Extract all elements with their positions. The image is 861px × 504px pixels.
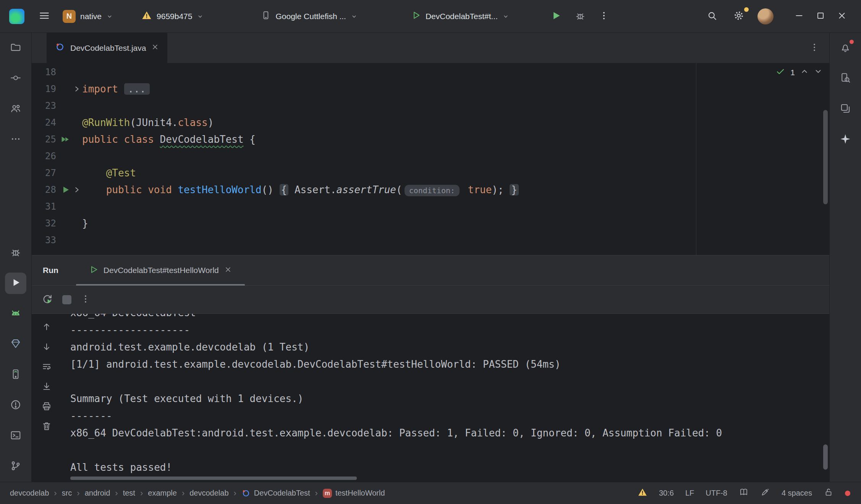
line-number: 24 (32, 117, 60, 128)
line-ending[interactable]: LF (685, 489, 694, 498)
device-manager-tool-button[interactable] (5, 364, 26, 386)
commit-tool-button[interactable] (5, 68, 26, 89)
run-panel-title: Run (43, 266, 58, 275)
project-selector[interactable]: N native (63, 10, 113, 23)
pull-requests-tool-button[interactable] (5, 99, 26, 120)
debug-button[interactable] (572, 8, 589, 25)
device-label: Google Cuttlefish ... (275, 12, 346, 21)
code-line[interactable]: 18 (32, 64, 829, 81)
profile-button[interactable] (757, 8, 774, 25)
maximize-button[interactable] (812, 8, 829, 25)
breadcrumb-separator: › (54, 488, 57, 498)
terminal-tool-button[interactable] (5, 425, 26, 447)
gutter-run-icon[interactable] (60, 185, 71, 194)
bug-icon (575, 10, 586, 23)
vcs-branch-selector[interactable]: 9659b475 (141, 10, 204, 23)
problems-icon (10, 399, 21, 412)
device-selector[interactable]: Google Cuttlefish ... (261, 10, 357, 22)
project-tool-button[interactable] (5, 37, 26, 59)
code-line[interactable]: 25public class DevCodelabTest { (32, 131, 829, 148)
code-line[interactable]: 26 (32, 148, 829, 165)
hamburger-icon (39, 10, 50, 23)
search-everywhere-button[interactable] (704, 8, 720, 25)
stop-button[interactable] (62, 295, 71, 304)
console-horizontal-scrollbar[interactable] (70, 477, 357, 480)
code-line[interactable]: 32} (32, 215, 829, 232)
android-head-icon (10, 307, 22, 321)
trash-icon[interactable] (37, 416, 57, 436)
code-line[interactable]: 33 (32, 232, 829, 249)
project-badge: N (63, 10, 76, 23)
line-number: 23 (32, 100, 60, 111)
print-icon[interactable] (37, 396, 57, 416)
debug-tool-button[interactable] (5, 242, 26, 263)
commit-icon (10, 72, 21, 85)
breadcrumb-item[interactable]: devcodelab (189, 489, 228, 498)
logcat-tool-button[interactable] (5, 303, 26, 325)
inspection-widget[interactable]: 1 (776, 67, 822, 78)
editor-tab-devcodelabtest[interactable]: DevCodelabTest.java (47, 33, 167, 63)
warning-icon[interactable] (638, 487, 647, 499)
version-control-tool-button[interactable] (5, 456, 26, 477)
run-tool-button[interactable] (5, 273, 26, 294)
editor-scrollbar[interactable] (823, 110, 828, 204)
code-line[interactable]: 24@RunWith(JUnit4.class) (32, 114, 829, 131)
statusbar: devcodelab›src›android›test›example›devc… (0, 482, 861, 504)
console-vertical-scrollbar[interactable] (823, 444, 828, 470)
tab-options-button[interactable] (809, 42, 819, 54)
run-tab[interactable]: DevCodelabTest#testHelloWorld (76, 255, 245, 285)
run-configuration-selector[interactable]: DevCodelabTest#t... (411, 10, 509, 22)
caret-position[interactable]: 30:6 (659, 489, 674, 498)
problems-tool-button[interactable] (5, 395, 26, 416)
minimize-button[interactable] (791, 8, 808, 25)
device-explorer-button[interactable] (835, 68, 856, 89)
recording-dot (845, 491, 850, 496)
close-button[interactable] (833, 8, 850, 25)
run-console[interactable]: x86_64 DevCodelabTest-------------------… (32, 314, 829, 482)
breadcrumb-item[interactable]: DevCodelabTest (241, 489, 310, 498)
breadcrumb-item[interactable]: example (148, 489, 177, 498)
indent-setting[interactable]: 4 spaces (782, 489, 812, 498)
next-problem-button[interactable] (814, 67, 822, 78)
soft-wrap-icon[interactable] (37, 357, 57, 376)
app-quality-insights-tool-button[interactable] (5, 334, 26, 355)
scroll-to-end-icon[interactable] (37, 376, 57, 396)
notifications-button[interactable] (835, 37, 856, 59)
tab-close-icon[interactable] (151, 43, 159, 53)
fold-chevron-icon[interactable] (71, 185, 82, 194)
code-line[interactable]: 31 (32, 198, 829, 215)
avatar (757, 8, 774, 24)
code-line[interactable]: 28 public void testHelloWorld() { Assert… (32, 181, 829, 198)
code-line[interactable]: 27 @Test (32, 165, 829, 181)
prev-problem-button[interactable] (800, 67, 809, 78)
reader-mode-icon[interactable] (739, 487, 749, 499)
code-line[interactable]: 23 (32, 97, 829, 114)
ai-pen-icon[interactable] (760, 487, 770, 499)
gutter-run-class-icon[interactable] (60, 135, 71, 144)
file-encoding[interactable]: UTF-8 (706, 489, 727, 498)
run-more-options-button[interactable] (81, 294, 91, 305)
code-line[interactable]: 19import ... (32, 81, 829, 97)
fold-chevron-icon[interactable] (71, 85, 82, 93)
android-studio-window: N native 9659b475 Google Cuttlefish ... … (0, 0, 861, 504)
more-tool-windows-button[interactable] (5, 129, 26, 150)
breadcrumb-item[interactable]: test (123, 489, 135, 498)
main-menu-button[interactable] (36, 8, 53, 25)
rerun-button[interactable] (42, 293, 53, 306)
settings-button[interactable] (730, 8, 747, 25)
editor[interactable]: 1819import ...2324@RunWith(JUnit4.class)… (32, 63, 829, 255)
running-devices-button[interactable] (835, 99, 856, 120)
breadcrumb-item[interactable]: android (85, 489, 110, 498)
run-button[interactable] (547, 8, 564, 25)
arrow-down-icon[interactable] (37, 337, 57, 357)
more-actions-button[interactable] (596, 8, 612, 25)
gemini-button[interactable] (835, 129, 856, 150)
breadcrumb-item[interactable]: devcodelab (10, 489, 49, 498)
test-class-icon (55, 42, 65, 54)
run-tab-close-icon[interactable] (224, 266, 232, 275)
run-play-icon (550, 10, 561, 23)
breadcrumb-item[interactable]: src (62, 489, 72, 498)
breadcrumb-item[interactable]: mtestHelloWorld (323, 489, 385, 498)
arrow-up-icon[interactable] (37, 317, 57, 337)
unlock-icon[interactable] (824, 487, 833, 499)
